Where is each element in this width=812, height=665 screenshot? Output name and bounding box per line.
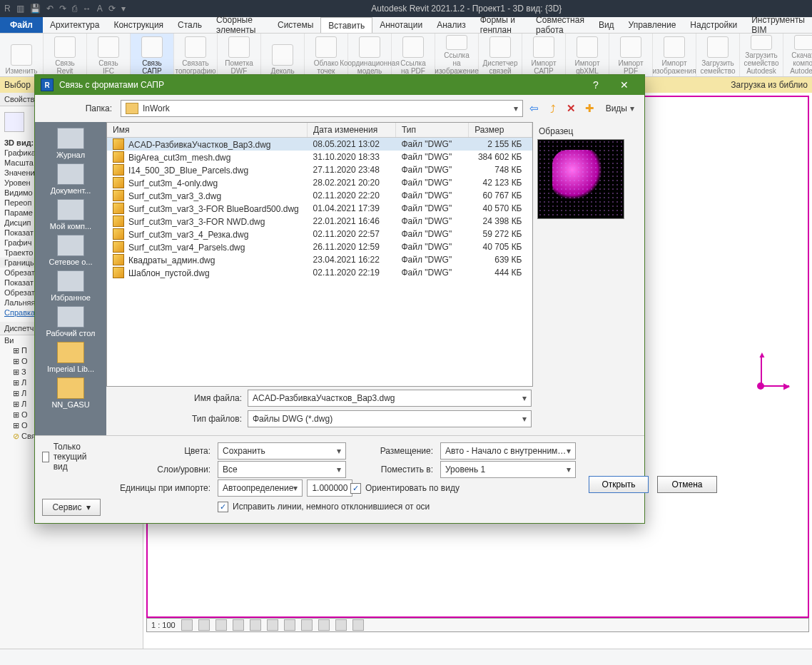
ribbon-button[interactable]: Связатьтопографию bbox=[174, 34, 218, 76]
ribbon-button[interactable]: Деколь bbox=[261, 34, 305, 76]
places-item[interactable]: Журнал bbox=[35, 128, 106, 159]
menu-tab[interactable]: Вставить bbox=[320, 17, 372, 33]
ribbon-button[interactable]: ИмпортgbXML bbox=[566, 34, 609, 76]
recent-icon[interactable]: ▾ bbox=[121, 4, 126, 14]
ribbon-button[interactable]: ПометкаDWF bbox=[218, 34, 261, 76]
nav-delete-icon[interactable]: ✕ bbox=[564, 101, 579, 116]
cancel-button[interactable]: Отмена bbox=[657, 476, 717, 493]
places-item[interactable]: Сетевое о... bbox=[35, 235, 106, 266]
fix-lines-checkbox[interactable]: ✓Исправить линии, немного отклонившиеся … bbox=[113, 502, 576, 512]
ribbon-button[interactable]: Ссылкана изображение bbox=[435, 34, 479, 76]
ribbon-button[interactable]: Ссылкана PDF bbox=[392, 34, 435, 76]
ribbon-button[interactable]: Изменить bbox=[0, 34, 44, 76]
sun-path-icon[interactable] bbox=[215, 619, 227, 631]
rendering-icon[interactable] bbox=[250, 619, 261, 631]
filetype-select[interactable]: Файлы DWG (*.dwg)▾ bbox=[248, 410, 532, 427]
ribbon-button[interactable]: ИмпортСАПР bbox=[522, 34, 566, 76]
only-current-view-checkbox[interactable]: Только текущий вид bbox=[42, 442, 101, 472]
menu-tab[interactable]: Надстройки bbox=[683, 17, 744, 33]
units-select[interactable]: Автоопределение▾ bbox=[218, 479, 303, 497]
help-button[interactable]: ? bbox=[582, 75, 610, 95]
places-item[interactable]: Imperial Lib... bbox=[35, 342, 106, 373]
worksharing-display-icon[interactable] bbox=[352, 619, 364, 631]
col-size[interactable]: Размер bbox=[469, 123, 532, 138]
temporary-hide-icon[interactable] bbox=[318, 619, 330, 631]
file-row[interactable]: Surf_cut3m_var3_3-FOR BlueBoard500.dwg01… bbox=[107, 202, 532, 215]
shadows-icon[interactable] bbox=[233, 619, 244, 631]
menu-file[interactable]: Файл bbox=[0, 17, 43, 33]
places-item[interactable]: Рабочий стол bbox=[35, 306, 106, 337]
menu-tab[interactable]: Системы bbox=[270, 17, 320, 33]
places-item[interactable]: Документ... bbox=[35, 163, 106, 195]
layers-select[interactable]: Все▾ bbox=[218, 461, 346, 478]
menu-tab[interactable]: Вид bbox=[592, 17, 621, 33]
views-menu[interactable]: Виды▾ bbox=[602, 101, 639, 116]
file-row[interactable]: Surf_cut3m_var3_4_Резка.dwg02.11.2020 22… bbox=[107, 228, 532, 240]
menu-tab[interactable]: Конструкция bbox=[106, 17, 171, 33]
nav-up-icon[interactable]: ⤴ bbox=[546, 101, 560, 116]
service-button[interactable]: Сервис▾ bbox=[42, 499, 101, 516]
file-row[interactable]: ACAD-РазбивкаУчастков_Вар3.dwg08.05.2021… bbox=[107, 138, 532, 151]
col-type[interactable]: Тип bbox=[395, 123, 468, 138]
nav-newfolder-icon[interactable]: ✚ bbox=[583, 101, 597, 116]
places-item[interactable]: Избранное bbox=[35, 270, 106, 302]
save-icon[interactable]: 💾 bbox=[30, 4, 41, 14]
open-button[interactable]: Открыть bbox=[589, 476, 649, 493]
col-date[interactable]: Дата изменения bbox=[308, 123, 396, 138]
menu-tab[interactable]: Аннотации bbox=[372, 17, 430, 33]
filename-input[interactable]: ACAD-РазбивкаУчастков_Вар3.dwg▾ bbox=[248, 390, 532, 407]
units-factor[interactable]: 1.000000 bbox=[307, 479, 352, 497]
reveal-hidden-icon[interactable] bbox=[335, 619, 347, 631]
text-icon[interactable]: A bbox=[97, 4, 103, 14]
menu-tab[interactable]: Совместная работа bbox=[529, 17, 592, 33]
folder-combo[interactable]: InWork ▾ bbox=[121, 100, 523, 117]
sync-icon[interactable]: ⟳ bbox=[108, 4, 116, 14]
ribbon-button[interactable]: Координационнаямодель bbox=[348, 34, 392, 76]
ribbon-button[interactable]: Скачатькомпон Autodesk bbox=[783, 34, 812, 76]
file-row[interactable]: Surf_cut3m_var4_Parsels.dwg26.11.2020 12… bbox=[107, 240, 532, 253]
places-item[interactable]: NN_GASU bbox=[35, 377, 106, 409]
file-row[interactable]: Surf_cut3m_var3_3.dwg02.11.2020 22:20Фай… bbox=[107, 189, 532, 202]
crop-view-icon[interactable] bbox=[267, 619, 278, 631]
ribbon-button[interactable]: СвязьСАПР bbox=[131, 34, 174, 76]
menu-tab[interactable]: Анализ bbox=[430, 17, 473, 33]
crop-region-visible-icon[interactable] bbox=[284, 619, 295, 631]
measure-icon[interactable]: ↔ bbox=[83, 4, 91, 14]
col-name[interactable]: Имя bbox=[107, 123, 308, 138]
menu-tab[interactable]: Сборные элементы bbox=[209, 17, 270, 33]
print-icon[interactable]: ⎙ bbox=[72, 4, 77, 14]
file-row[interactable]: Surf_cut3m_var3_3-FOR NWD.dwg22.01.2021 … bbox=[107, 215, 532, 228]
ribbon-button[interactable]: Импортизображения bbox=[653, 34, 696, 76]
detail-level-icon[interactable] bbox=[181, 619, 193, 631]
ribbon-button[interactable]: Диспетчерсвязей bbox=[479, 34, 522, 76]
orient-to-view-checkbox[interactable]: ✓Ориентировать по виду bbox=[350, 483, 576, 494]
visual-style-icon[interactable] bbox=[198, 619, 210, 631]
ribbon-button[interactable]: Загрузитьсемейство Autodesk bbox=[740, 34, 783, 76]
nav-back-icon[interactable]: ⇦ bbox=[527, 101, 542, 116]
colors-select[interactable]: Сохранить▾ bbox=[218, 442, 346, 460]
file-row[interactable]: BigArea_cut3m_mesh.dwg31.10.2020 18:33Фа… bbox=[107, 151, 532, 163]
open-icon[interactable]: ▥ bbox=[16, 4, 24, 14]
view-scale[interactable]: 1 : 100 bbox=[151, 621, 176, 629]
file-row[interactable]: Квадраты_админ.dwg23.04.2021 16:22Файл "… bbox=[107, 253, 532, 266]
ribbon-button[interactable]: Загрузитьсемейство bbox=[696, 34, 740, 76]
file-row[interactable]: I14_500_3D_Blue_Parcels.dwg27.11.2020 23… bbox=[107, 163, 532, 176]
unlock-3d-icon[interactable] bbox=[301, 619, 313, 631]
redo-icon[interactable]: ↷ bbox=[59, 4, 66, 14]
menu-tab[interactable]: Инструменты BIM bbox=[744, 17, 812, 33]
file-list[interactable]: Имя Дата изменения Тип Размер ACAD-Разби… bbox=[106, 122, 533, 387]
ribbon-button[interactable]: СвязьIFC bbox=[87, 34, 131, 76]
menu-tab[interactable]: Сталь bbox=[171, 17, 209, 33]
ribbon-button[interactable]: СвязьRevit bbox=[44, 34, 87, 76]
close-button[interactable]: ✕ bbox=[610, 75, 639, 95]
placement-select[interactable]: Авто - Начало с внутренним началом▾ bbox=[440, 442, 576, 460]
file-row[interactable]: Surf_cut3m_4-only.dwg28.02.2021 20:20Фай… bbox=[107, 176, 532, 189]
undo-icon[interactable]: ↶ bbox=[46, 4, 54, 14]
places-item[interactable]: Мой комп... bbox=[35, 199, 106, 230]
ribbon-button[interactable]: ИмпортPDF bbox=[609, 34, 653, 76]
menu-tab[interactable]: Управление bbox=[621, 17, 684, 33]
menu-tab[interactable]: Формы и генплан bbox=[473, 17, 529, 33]
file-row[interactable]: Шаблон_пустой.dwg02.11.2020 22:19Файл "D… bbox=[107, 266, 532, 279]
view-axes[interactable]: ▶ ▲ bbox=[741, 357, 783, 400]
menu-tab[interactable]: Архитектура bbox=[43, 17, 107, 33]
